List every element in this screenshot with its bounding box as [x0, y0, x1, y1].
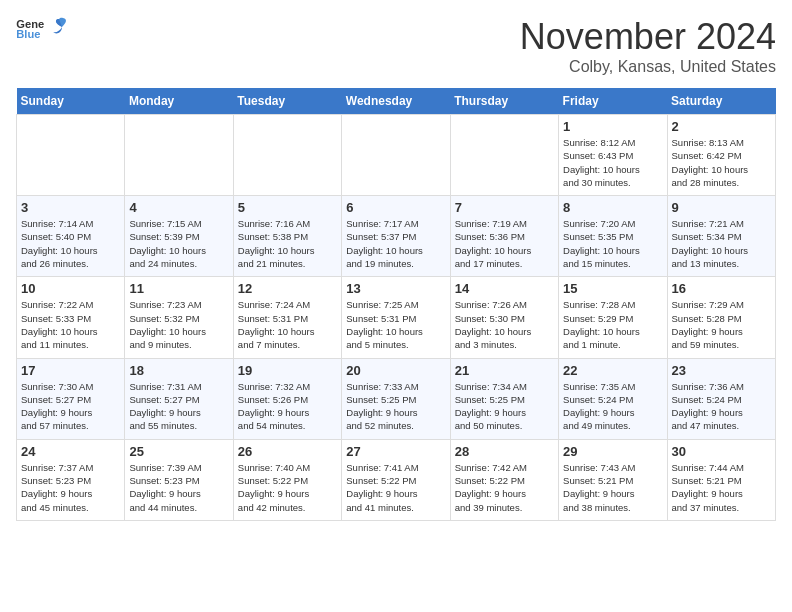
calendar-cell: 16Sunrise: 7:29 AM Sunset: 5:28 PM Dayli…: [667, 277, 775, 358]
day-number: 2: [672, 119, 771, 134]
day-number: 10: [21, 281, 120, 296]
day-info: Sunrise: 7:22 AM Sunset: 5:33 PM Dayligh…: [21, 298, 120, 351]
calendar-cell: 11Sunrise: 7:23 AM Sunset: 5:32 PM Dayli…: [125, 277, 233, 358]
day-number: 13: [346, 281, 445, 296]
day-info: Sunrise: 7:39 AM Sunset: 5:23 PM Dayligh…: [129, 461, 228, 514]
calendar-cell: 13Sunrise: 7:25 AM Sunset: 5:31 PM Dayli…: [342, 277, 450, 358]
day-number: 28: [455, 444, 554, 459]
calendar-week-row: 24Sunrise: 7:37 AM Sunset: 5:23 PM Dayli…: [17, 439, 776, 520]
day-number: 3: [21, 200, 120, 215]
day-number: 15: [563, 281, 662, 296]
day-number: 11: [129, 281, 228, 296]
calendar-cell: 8Sunrise: 7:20 AM Sunset: 5:35 PM Daylig…: [559, 196, 667, 277]
calendar-cell: 12Sunrise: 7:24 AM Sunset: 5:31 PM Dayli…: [233, 277, 341, 358]
logo: General Blue: [16, 16, 70, 40]
day-info: Sunrise: 7:23 AM Sunset: 5:32 PM Dayligh…: [129, 298, 228, 351]
day-number: 20: [346, 363, 445, 378]
day-info: Sunrise: 7:21 AM Sunset: 5:34 PM Dayligh…: [672, 217, 771, 270]
day-info: Sunrise: 7:15 AM Sunset: 5:39 PM Dayligh…: [129, 217, 228, 270]
location-title: Colby, Kansas, United States: [520, 58, 776, 76]
day-info: Sunrise: 7:16 AM Sunset: 5:38 PM Dayligh…: [238, 217, 337, 270]
calendar-cell: 19Sunrise: 7:32 AM Sunset: 5:26 PM Dayli…: [233, 358, 341, 439]
day-number: 7: [455, 200, 554, 215]
day-info: Sunrise: 7:25 AM Sunset: 5:31 PM Dayligh…: [346, 298, 445, 351]
logo-bird-icon: [48, 17, 70, 39]
day-info: Sunrise: 7:34 AM Sunset: 5:25 PM Dayligh…: [455, 380, 554, 433]
day-number: 12: [238, 281, 337, 296]
calendar-cell: 14Sunrise: 7:26 AM Sunset: 5:30 PM Dayli…: [450, 277, 558, 358]
calendar-cell: [17, 115, 125, 196]
day-info: Sunrise: 7:24 AM Sunset: 5:31 PM Dayligh…: [238, 298, 337, 351]
svg-text:Blue: Blue: [16, 28, 40, 40]
calendar-cell: 4Sunrise: 7:15 AM Sunset: 5:39 PM Daylig…: [125, 196, 233, 277]
calendar-cell: 25Sunrise: 7:39 AM Sunset: 5:23 PM Dayli…: [125, 439, 233, 520]
calendar-cell: 7Sunrise: 7:19 AM Sunset: 5:36 PM Daylig…: [450, 196, 558, 277]
day-info: Sunrise: 7:30 AM Sunset: 5:27 PM Dayligh…: [21, 380, 120, 433]
day-number: 29: [563, 444, 662, 459]
day-info: Sunrise: 7:32 AM Sunset: 5:26 PM Dayligh…: [238, 380, 337, 433]
day-number: 26: [238, 444, 337, 459]
day-info: Sunrise: 8:12 AM Sunset: 6:43 PM Dayligh…: [563, 136, 662, 189]
day-number: 6: [346, 200, 445, 215]
calendar-cell: [125, 115, 233, 196]
calendar-cell: 24Sunrise: 7:37 AM Sunset: 5:23 PM Dayli…: [17, 439, 125, 520]
day-info: Sunrise: 7:17 AM Sunset: 5:37 PM Dayligh…: [346, 217, 445, 270]
calendar-cell: 21Sunrise: 7:34 AM Sunset: 5:25 PM Dayli…: [450, 358, 558, 439]
calendar-cell: 2Sunrise: 8:13 AM Sunset: 6:42 PM Daylig…: [667, 115, 775, 196]
calendar-week-row: 17Sunrise: 7:30 AM Sunset: 5:27 PM Dayli…: [17, 358, 776, 439]
day-number: 22: [563, 363, 662, 378]
day-number: 30: [672, 444, 771, 459]
day-number: 1: [563, 119, 662, 134]
day-info: Sunrise: 7:42 AM Sunset: 5:22 PM Dayligh…: [455, 461, 554, 514]
day-info: Sunrise: 7:14 AM Sunset: 5:40 PM Dayligh…: [21, 217, 120, 270]
day-number: 21: [455, 363, 554, 378]
day-number: 24: [21, 444, 120, 459]
calendar-week-row: 1Sunrise: 8:12 AM Sunset: 6:43 PM Daylig…: [17, 115, 776, 196]
day-info: Sunrise: 7:40 AM Sunset: 5:22 PM Dayligh…: [238, 461, 337, 514]
day-number: 9: [672, 200, 771, 215]
day-info: Sunrise: 7:26 AM Sunset: 5:30 PM Dayligh…: [455, 298, 554, 351]
page-header: General Blue November 2024 Colby, Kansas…: [16, 16, 776, 76]
weekday-header-thursday: Thursday: [450, 88, 558, 115]
calendar-cell: [450, 115, 558, 196]
day-info: Sunrise: 7:44 AM Sunset: 5:21 PM Dayligh…: [672, 461, 771, 514]
day-number: 17: [21, 363, 120, 378]
calendar-cell: 30Sunrise: 7:44 AM Sunset: 5:21 PM Dayli…: [667, 439, 775, 520]
calendar-cell: 18Sunrise: 7:31 AM Sunset: 5:27 PM Dayli…: [125, 358, 233, 439]
day-info: Sunrise: 7:20 AM Sunset: 5:35 PM Dayligh…: [563, 217, 662, 270]
day-number: 23: [672, 363, 771, 378]
day-number: 27: [346, 444, 445, 459]
day-info: Sunrise: 7:36 AM Sunset: 5:24 PM Dayligh…: [672, 380, 771, 433]
calendar-cell: 27Sunrise: 7:41 AM Sunset: 5:22 PM Dayli…: [342, 439, 450, 520]
day-number: 18: [129, 363, 228, 378]
calendar-cell: 9Sunrise: 7:21 AM Sunset: 5:34 PM Daylig…: [667, 196, 775, 277]
day-info: Sunrise: 7:43 AM Sunset: 5:21 PM Dayligh…: [563, 461, 662, 514]
day-number: 4: [129, 200, 228, 215]
day-info: Sunrise: 7:41 AM Sunset: 5:22 PM Dayligh…: [346, 461, 445, 514]
calendar-cell: 20Sunrise: 7:33 AM Sunset: 5:25 PM Dayli…: [342, 358, 450, 439]
weekday-header-row: SundayMondayTuesdayWednesdayThursdayFrid…: [17, 88, 776, 115]
calendar-cell: 1Sunrise: 8:12 AM Sunset: 6:43 PM Daylig…: [559, 115, 667, 196]
day-info: Sunrise: 7:33 AM Sunset: 5:25 PM Dayligh…: [346, 380, 445, 433]
calendar-cell: 10Sunrise: 7:22 AM Sunset: 5:33 PM Dayli…: [17, 277, 125, 358]
day-info: Sunrise: 7:31 AM Sunset: 5:27 PM Dayligh…: [129, 380, 228, 433]
logo-icon: General Blue: [16, 16, 44, 40]
day-info: Sunrise: 7:28 AM Sunset: 5:29 PM Dayligh…: [563, 298, 662, 351]
calendar-cell: 23Sunrise: 7:36 AM Sunset: 5:24 PM Dayli…: [667, 358, 775, 439]
calendar-cell: 22Sunrise: 7:35 AM Sunset: 5:24 PM Dayli…: [559, 358, 667, 439]
day-info: Sunrise: 8:13 AM Sunset: 6:42 PM Dayligh…: [672, 136, 771, 189]
day-number: 5: [238, 200, 337, 215]
calendar-cell: 6Sunrise: 7:17 AM Sunset: 5:37 PM Daylig…: [342, 196, 450, 277]
day-info: Sunrise: 7:35 AM Sunset: 5:24 PM Dayligh…: [563, 380, 662, 433]
calendar-cell: [342, 115, 450, 196]
day-number: 8: [563, 200, 662, 215]
day-number: 16: [672, 281, 771, 296]
weekday-header-sunday: Sunday: [17, 88, 125, 115]
title-section: November 2024 Colby, Kansas, United Stat…: [520, 16, 776, 76]
calendar-week-row: 3Sunrise: 7:14 AM Sunset: 5:40 PM Daylig…: [17, 196, 776, 277]
calendar-cell: 15Sunrise: 7:28 AM Sunset: 5:29 PM Dayli…: [559, 277, 667, 358]
calendar-cell: 28Sunrise: 7:42 AM Sunset: 5:22 PM Dayli…: [450, 439, 558, 520]
weekday-header-tuesday: Tuesday: [233, 88, 341, 115]
day-number: 19: [238, 363, 337, 378]
weekday-header-saturday: Saturday: [667, 88, 775, 115]
